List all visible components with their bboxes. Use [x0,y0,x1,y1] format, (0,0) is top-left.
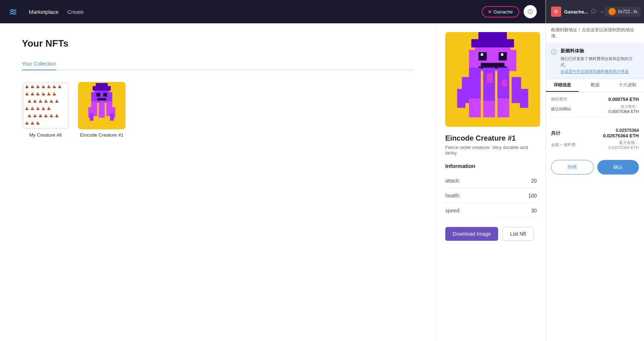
header-right: Ganache [482,5,537,18]
svg-rect-66 [32,122,33,124]
svg-rect-96 [483,68,495,103]
notification-banner[interactable]: 检测到新地址！点击这里以添加到您的地址簿。 [546,23,644,43]
svg-rect-68 [37,122,38,124]
svg-rect-72 [97,93,100,97]
svg-rect-102 [483,101,495,118]
svg-rect-100 [457,89,466,108]
max-total-label: 最大金额： [609,140,639,145]
creature-1-large-image [445,32,540,127]
svg-rect-44 [32,107,33,109]
svg-rect-18 [26,93,27,94]
creature-detail-image [445,32,540,127]
nft-card-2[interactable]: Eincode Creature #1 [78,82,125,138]
ganache-logo-icon: G [551,7,561,17]
svg-rect-22 [37,93,38,94]
ganache-avatar [609,8,616,15]
attack-label: attack: [445,178,460,184]
total-row-main: 共计 0.02575364 0.02575364 ETH [551,128,639,138]
fee-sub-row: 建议的网站 最大费用： 0.00075364 ETH [551,104,639,114]
info-row-health: health: 100 [445,188,537,203]
ganache-button-label: Ganache [493,9,513,15]
nft-card-1[interactable]: My Creature #6 [22,82,69,138]
ganache-address-chip[interactable]: 0x722...fa [605,7,641,17]
nft-thumb-1 [22,82,69,129]
total-label: 共计 [551,130,560,137]
total-eth: 0.02575364 ETH [603,133,639,138]
svg-rect-30 [29,100,30,102]
svg-rect-60 [51,114,52,116]
svg-rect-8 [37,85,38,87]
health-value: 100 [528,193,537,199]
nft-thumb-2 [78,82,125,129]
svg-rect-2 [24,84,67,128]
svg-rect-56 [40,114,41,116]
logo-icon: ≋ [9,6,17,18]
svg-rect-58 [45,114,46,116]
reject-button[interactable]: 拒绝 [551,160,594,175]
suggested-network-label: 建议的网站 [551,106,571,112]
tab-bar: Your Collection [22,58,414,70]
sidebar-actions: 拒绝 确认 [546,155,644,180]
speed-value: 30 [531,208,537,213]
svg-rect-10 [43,85,44,87]
svg-rect-6 [32,85,33,87]
svg-rect-46 [37,107,38,109]
ganache-sidebar: G Ganache... ⓘ → 0x722...fa 检测到新地址！点击这里以… [546,0,644,341]
svg-rect-73 [103,93,107,97]
svg-rect-52 [29,114,30,116]
svg-rect-81 [110,113,114,121]
sidebar-tab-data[interactable]: 数据 [579,79,612,92]
sidebar-tab-hex[interactable]: 十六进制 [611,79,644,92]
max-total-value: 0.02575364 ETH [609,145,639,150]
total-amount: 0.02575364 [603,128,639,133]
creature-description: Fierce violet creature. Very durable and… [445,145,537,156]
fee-row-label: 燃料费用 [551,97,567,102]
creature-6-image [24,84,67,128]
nav-create[interactable]: Create [67,9,84,15]
nav-marketplace[interactable]: Marketplace [29,9,59,15]
fee-section: 燃料费用 0.000754 ETH 建议的网站 最大费用： 0.00075364… [546,92,644,124]
svg-rect-64 [26,122,27,124]
svg-rect-90 [501,54,504,56]
ganache-info-icon[interactable]: ⓘ [591,8,596,15]
connect-button[interactable] [524,5,537,18]
ganache-button[interactable]: Ganache [482,6,519,17]
list-nft-button[interactable]: List Nft [503,227,534,241]
svg-rect-48 [43,107,44,109]
gas-banner-title: 新燃料体验 [560,48,639,54]
notif-text: 检测到新地址！点击这里以添加到您的地址簿。 [551,27,634,39]
app-header: ≋ Marketplace Create Ganache [0,0,546,23]
svg-rect-50 [48,107,49,109]
svg-rect-94 [478,32,507,42]
svg-rect-103 [497,98,509,117]
tab-your-collection[interactable]: Your Collection [22,58,56,70]
svg-rect-42 [26,107,27,109]
svg-rect-26 [48,93,49,94]
svg-rect-40 [56,100,57,102]
svg-rect-36 [45,100,46,102]
detail-panel: Eincode Creature #1 Fierce violet creatu… [436,23,546,341]
action-buttons: Download Image List Nft [445,227,537,241]
svg-rect-71 [91,92,112,103]
gas-experience-banner: ⓘ 新燃料体验 我们已经更新了燃料费用估算和定制的方式。 在设置中开启增强型燃料… [546,43,644,79]
svg-rect-62 [56,114,57,116]
svg-rect-76 [99,101,105,118]
connect-icon [527,9,533,15]
info-row-speed: speed: 30 [445,203,537,218]
ganache-arrow-icon[interactable]: → [599,8,605,15]
nft-label-2: Eincode Creature #1 [80,132,123,138]
svg-rect-54 [34,114,35,116]
svg-rect-34 [40,100,41,102]
svg-rect-24 [43,93,44,94]
svg-rect-16 [59,85,60,87]
total-section: 共计 0.02575364 0.02575364 ETH 金额 + 燃料费 最大… [546,124,644,155]
sidebar-tab-details[interactable]: 详细信息 [546,79,579,92]
fee-divider [551,117,639,117]
svg-rect-91 [481,63,505,67]
confirm-button[interactable]: 确认 [597,160,639,175]
ganache-status-dot [488,10,491,13]
speed-label: speed: [445,208,461,213]
gas-settings-link[interactable]: 在设置中开启增强型燃料费用用户界面 [560,69,629,74]
download-image-button[interactable]: Download Image [445,227,498,241]
svg-rect-80 [90,113,93,121]
